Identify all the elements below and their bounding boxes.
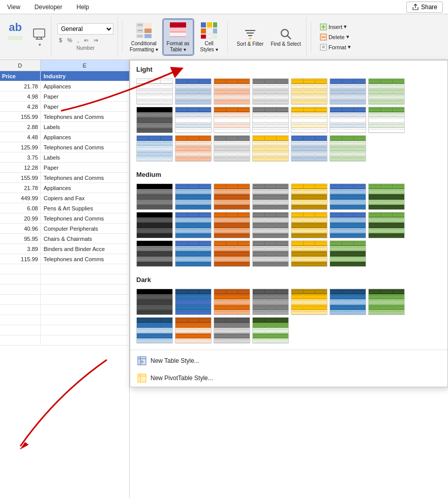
style-preview-cell [291, 89, 304, 94]
table-style-option[interactable] [214, 135, 250, 162]
table-style-option[interactable] [175, 183, 212, 210]
table-style-option[interactable] [330, 78, 366, 105]
empty-row [0, 305, 129, 315]
style-preview-cell [175, 95, 188, 99]
table-style-option[interactable] [330, 240, 366, 267]
number-format-select[interactable]: General [57, 23, 113, 35]
find-select-button[interactable]: Find & Select [267, 22, 304, 52]
style-preview-row [253, 79, 288, 84]
style-preview-cell [149, 310, 161, 315]
percent-btn[interactable]: % [66, 37, 74, 44]
table-style-option[interactable] [136, 183, 173, 210]
style-preview-cell [238, 228, 250, 233]
table-style-option[interactable] [175, 107, 212, 133]
sort-filter-button[interactable]: Sort & Filter [234, 22, 267, 52]
style-preview-cell [381, 200, 393, 204]
dec-right-btn[interactable]: ⇒ [92, 37, 100, 44]
table-style-option[interactable] [175, 240, 212, 267]
table-style-option[interactable] [291, 240, 327, 267]
table-style-option[interactable] [368, 289, 405, 315]
table-style-option[interactable] [330, 107, 366, 133]
style-preview-cell [291, 299, 304, 304]
table-style-option[interactable] [214, 212, 250, 238]
table-style-option[interactable] [330, 289, 366, 315]
empty-rows [0, 264, 129, 346]
table-style-option[interactable] [136, 212, 173, 238]
conditional-formatting-button[interactable]: ConditionalFormatting ▾ [127, 19, 161, 55]
table-style-option[interactable] [214, 107, 250, 133]
cell-styles-button[interactable]: CellStyles ▾ [195, 19, 223, 55]
delete-button[interactable]: Delete ▾ [317, 33, 353, 42]
table-style-option[interactable] [252, 317, 289, 344]
table-style-option[interactable] [330, 183, 366, 210]
format-as-table-button[interactable]: Format asTable ▾ [163, 19, 193, 55]
table-style-option[interactable] [136, 289, 173, 315]
menu-view[interactable]: View [5, 3, 22, 12]
table-style-option[interactable] [175, 135, 212, 162]
table-style-option[interactable] [291, 78, 327, 105]
table-style-option[interactable] [368, 183, 405, 210]
style-preview-cell [381, 223, 393, 227]
table-style-option[interactable] [291, 183, 327, 210]
table-style-option[interactable] [252, 183, 289, 210]
format-button[interactable]: Format ▾ [317, 43, 353, 52]
table-style-option[interactable] [252, 240, 289, 267]
style-preview-cell [265, 338, 277, 343]
conditional-formatting-label: ConditionalFormatting ▾ [130, 41, 158, 53]
table-style-option[interactable] [136, 317, 173, 344]
menu-developer[interactable]: Developer [33, 3, 65, 12]
table-style-option[interactable] [214, 183, 250, 210]
style-preview-cell [238, 151, 250, 156]
table-style-option[interactable] [175, 317, 212, 344]
table-style-option[interactable] [291, 135, 327, 162]
table-style-option[interactable] [368, 107, 405, 133]
table-style-option[interactable] [252, 135, 289, 162]
table-style-option[interactable] [175, 78, 212, 105]
table-style-option[interactable] [368, 78, 405, 105]
style-preview-cell [265, 117, 277, 122]
table-style-option[interactable] [252, 107, 289, 133]
style-preview-cell [342, 100, 354, 104]
table-style-option[interactable] [175, 289, 212, 315]
style-preview-row [137, 212, 172, 217]
style-preview-cell [304, 228, 316, 233]
action-label: New Table Style... [151, 357, 199, 364]
table-style-option[interactable] [291, 212, 327, 238]
table-style-option[interactable] [214, 78, 250, 105]
table-style-option[interactable] [214, 240, 250, 267]
new-table-style-button[interactable]: New Table Style... [130, 352, 447, 369]
style-preview-cell [354, 294, 366, 299]
style-preview-cell [149, 262, 161, 266]
new-pivot-style-button[interactable]: New PivotTable Style... [130, 369, 447, 387]
menu-help[interactable]: Help [75, 3, 92, 12]
table-style-option[interactable] [175, 212, 212, 238]
share-button[interactable]: Share [406, 2, 443, 13]
table-style-option[interactable] [252, 289, 289, 315]
dec-left-btn[interactable]: ⇐ [82, 37, 90, 44]
table-style-option[interactable] [136, 240, 173, 267]
style-preview-cell [188, 233, 200, 238]
insert-button[interactable]: Insert ▾ [317, 22, 353, 32]
table-style-option[interactable] [330, 212, 366, 238]
style-preview-cell [199, 112, 211, 117]
table-style-option[interactable] [136, 78, 173, 105]
table-style-option[interactable] [136, 107, 173, 133]
table-style-option[interactable] [252, 78, 289, 105]
table-style-option[interactable] [291, 289, 327, 315]
table-style-option[interactable] [214, 289, 250, 315]
style-preview-cell [214, 189, 226, 194]
table-style-option[interactable] [214, 317, 250, 344]
style-preview-row [175, 123, 211, 128]
style-preview-cell [226, 294, 238, 299]
table-style-option[interactable] [368, 212, 405, 238]
table-style-option[interactable] [291, 107, 327, 133]
table-style-option[interactable] [330, 135, 366, 162]
cell-industry: Appliances [41, 81, 129, 91]
table-style-option[interactable] [136, 135, 173, 162]
currency-btn[interactable]: $ [57, 37, 64, 44]
comma-btn[interactable]: , [76, 37, 80, 44]
table-style-option[interactable] [252, 212, 289, 238]
style-preview-cell [253, 305, 265, 309]
style-preview-row [214, 79, 250, 84]
style-preview-cell [226, 262, 238, 266]
